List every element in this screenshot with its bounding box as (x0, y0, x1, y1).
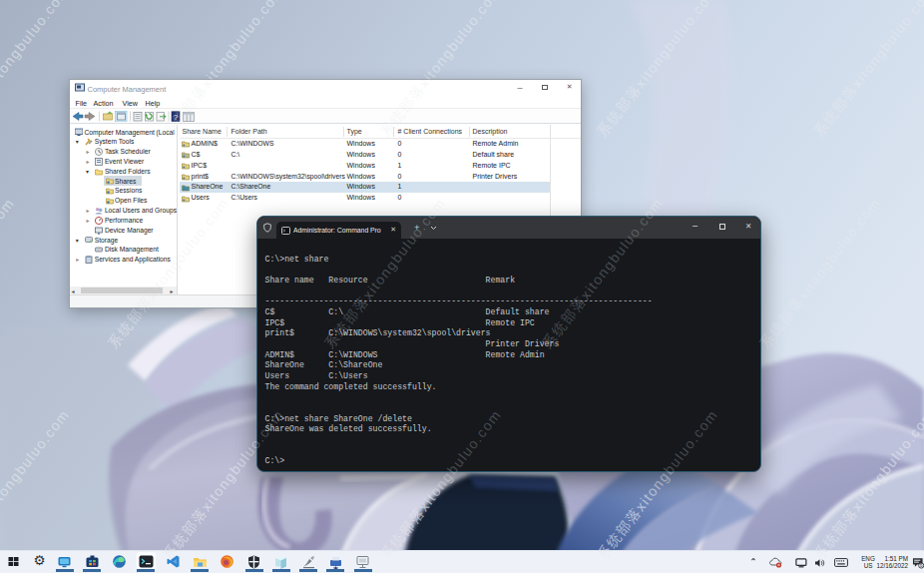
svg-text:?: ? (173, 112, 178, 121)
svg-text:6: 6 (919, 563, 922, 568)
